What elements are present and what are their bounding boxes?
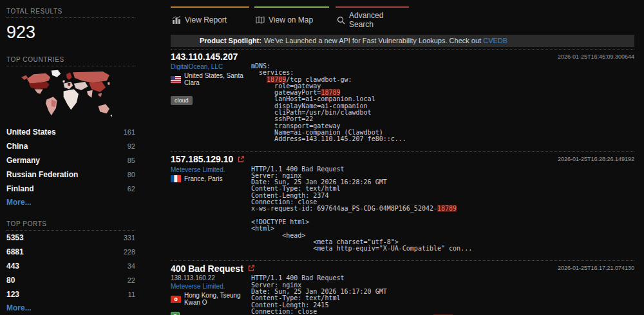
search-result: 400 Bad Request 2026-01-25T16:17:21.0741… <box>171 260 634 315</box>
country-count: 92 <box>128 142 135 150</box>
country-name[interactable]: Germany <box>6 156 40 165</box>
us-flag-icon <box>171 76 181 83</box>
world-map-heatmap <box>6 66 135 125</box>
port-row: 5353 331 <box>6 231 135 245</box>
country-name[interactable]: Russian Federation <box>6 170 78 179</box>
port-name[interactable]: 123 <box>6 290 19 299</box>
country-count: 80 <box>128 171 135 178</box>
country-row: Russian Federation 80 <box>6 167 135 182</box>
organization-link[interactable]: DigitalOcean, LLC <box>171 63 251 70</box>
page: TOTAL RESULTS 923 TOP COUNTRIES <box>0 0 644 315</box>
result-title-link[interactable]: 400 Bad Request <box>171 263 243 274</box>
results-main: View Report View on Map Advanced Search … <box>161 0 644 315</box>
result-location: France, Paris <box>184 175 222 182</box>
external-link-icon[interactable] <box>247 263 255 274</box>
result-timestamp: 2026-01-25T16:17:21.074130 <box>558 263 634 271</box>
port-count: 331 <box>124 234 135 242</box>
port-row: 443 34 <box>6 259 135 273</box>
tab-view-on-map[interactable]: View on Map <box>254 6 329 30</box>
result-ip: 138.113.160.22 <box>171 274 251 282</box>
port-count: 34 <box>128 262 135 270</box>
port-count: 22 <box>128 276 135 284</box>
country-row: Finland 62 <box>6 182 135 196</box>
result-ip-link[interactable]: 143.110.145.207 <box>171 52 238 62</box>
country-row: Germany 85 <box>6 153 135 167</box>
toolbar-tabs: View Report View on Map Advanced Search <box>171 6 634 30</box>
more-ports-link[interactable]: More... <box>6 303 32 312</box>
site-favicon-icon: G <box>171 312 180 315</box>
country-row: China 92 <box>6 139 135 153</box>
spotlight-prefix: Product Spotlight: <box>200 37 261 44</box>
service-banner: mDNS: services: 18789/tcp clawdbot-gw: r… <box>251 63 634 143</box>
port-name[interactable]: 6881 <box>6 247 24 256</box>
port-row: 123 11 <box>6 287 135 301</box>
search-result: 143.110.145.207 2026-01-25T16:45:09.3006… <box>171 49 634 143</box>
organization-link[interactable]: Meteverse Limited. <box>171 166 251 173</box>
result-location: Hong Kong, Tseung Kwan O <box>184 292 251 306</box>
country-count: 62 <box>128 185 135 193</box>
country-count: 85 <box>128 157 135 164</box>
port-name[interactable]: 80 <box>6 276 15 285</box>
fr-flag-icon <box>171 175 181 182</box>
map-icon <box>256 16 265 24</box>
result-timestamp: 2026-01-25T16:45:09.300644 <box>558 52 634 60</box>
top-ports-label: TOP PORTS <box>6 220 135 231</box>
result-meta: 138.113.160.22 Meteverse Limited. Hong K… <box>171 274 251 315</box>
port-row: 80 22 <box>6 273 135 287</box>
tab-label: View Report <box>185 15 227 24</box>
tag-cloud[interactable]: cloud <box>171 96 193 105</box>
port-name[interactable]: 5353 <box>6 233 24 242</box>
result-meta: Meteverse Limited. France, Paris <box>171 165 251 253</box>
tab-advanced-search[interactable]: Advanced Search <box>336 6 409 30</box>
result-location: United States, Santa Clara <box>184 72 251 86</box>
service-banner: HTTP/1.1 400 Bad Request Server: nginx D… <box>251 166 634 253</box>
organization-link[interactable]: Meteverse Limited. <box>171 283 251 290</box>
port-name[interactable]: 443 <box>6 262 19 271</box>
top-countries-label: TOP COUNTRIES <box>6 56 135 66</box>
cvedb-link[interactable]: CVEDB <box>483 37 507 44</box>
external-link-icon[interactable] <box>237 155 245 165</box>
bar-chart-icon <box>172 16 181 24</box>
country-count: 161 <box>124 128 135 136</box>
product-spotlight-banner: Product Spotlight:We've Launched a new A… <box>171 35 634 47</box>
search-result: 157.185.129.10 2026-01-25T16:28:26.14919… <box>171 151 634 253</box>
port-count: 228 <box>124 248 135 256</box>
spotlight-message: We've Launched a new API for Fast Vulner… <box>264 37 481 44</box>
tab-label: View on Map <box>269 15 313 24</box>
country-name[interactable]: Finland <box>6 184 34 193</box>
result-ip-link[interactable]: 157.185.129.10 <box>171 154 233 164</box>
tab-view-report[interactable]: View Report <box>171 6 249 30</box>
country-row: United States 161 <box>6 125 135 139</box>
port-row: 6881 228 <box>6 245 135 259</box>
hk-flag-icon <box>171 296 181 303</box>
world-map-svg <box>18 70 115 121</box>
search-icon <box>337 16 345 24</box>
result-meta: DigitalOcean, LLC United States, Santa C… <box>171 62 251 143</box>
total-results-label: TOTAL RESULTS <box>6 8 135 18</box>
more-countries-link[interactable]: More... <box>6 198 32 207</box>
result-timestamp: 2026-01-25T16:28:26.149192 <box>558 154 634 162</box>
country-name[interactable]: United States <box>6 128 56 137</box>
facet-sidebar: TOTAL RESULTS 923 TOP COUNTRIES <box>0 0 161 315</box>
tab-label: Advanced Search <box>349 11 409 29</box>
country-name[interactable]: China <box>6 142 28 151</box>
port-count: 11 <box>128 291 135 298</box>
total-results-value: 923 <box>6 23 135 43</box>
service-banner: HTTP/1.1 400 Bad Request Server: nginx D… <box>251 275 634 315</box>
